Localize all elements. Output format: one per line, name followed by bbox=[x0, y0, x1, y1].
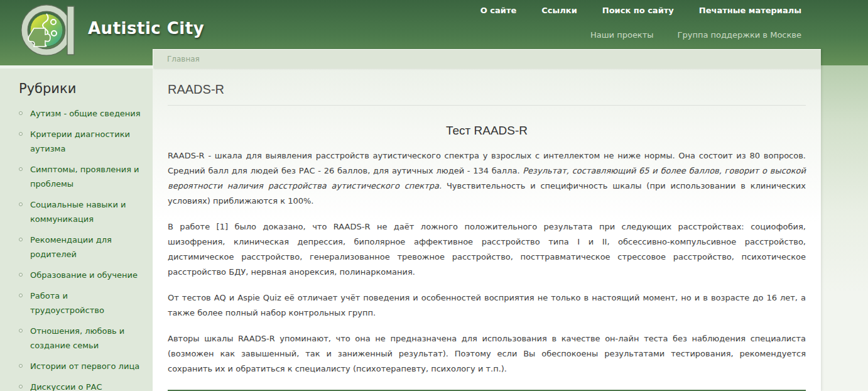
article-title: Тест RAADS-R bbox=[168, 124, 806, 138]
nav-links[interactable]: Ссылки bbox=[541, 6, 577, 15]
secondary-navigation: Наши проекты Группа поддержки в Москве bbox=[590, 30, 801, 40]
sidebar-item-label[interactable]: Работа и трудоустройство bbox=[30, 291, 104, 315]
sidebar-item-label[interactable]: Симптомы, проявления и проблемы bbox=[30, 165, 139, 189]
sidebar-item-parent-recommendations[interactable]: Рекомендации для родителей bbox=[19, 233, 144, 262]
paragraph-study: В работе [1] было доказано, что RAADS-R … bbox=[168, 219, 806, 280]
sidebar-title: Рубрики bbox=[19, 81, 144, 96]
nav-site-search[interactable]: Поиск по сайту bbox=[602, 6, 674, 15]
sidebar-item-label[interactable]: Образование и обучение bbox=[30, 270, 138, 280]
sidebar-item-first-person-stories[interactable]: Истории от первого лица bbox=[19, 359, 144, 373]
sidebar-item-label[interactable]: Аутизм - общие сведения bbox=[30, 109, 141, 118]
nav-about[interactable]: О сайте bbox=[480, 6, 517, 15]
sidebar-item-employment[interactable]: Работа и трудоустройство bbox=[19, 289, 144, 317]
bullet-icon bbox=[19, 132, 23, 136]
top-navigation: О сайте Ссылки Поиск по сайту Печатные м… bbox=[480, 6, 801, 15]
bullet-icon bbox=[19, 329, 23, 333]
bullet-icon bbox=[19, 238, 23, 241]
sidebar-item-label[interactable]: Рекомендации для родителей bbox=[30, 235, 112, 259]
page-title: RAADS-R bbox=[168, 69, 806, 106]
sidebar-item-label[interactable]: Социальные навыки и коммуникация bbox=[30, 200, 126, 224]
bullet-icon bbox=[19, 385, 23, 388]
bullet-icon bbox=[19, 167, 23, 171]
sidebar-item-label[interactable]: Истории от первого лица bbox=[30, 361, 139, 371]
paragraph-comparison: От тестов AQ и Aspie Quiz её отличает уч… bbox=[168, 290, 806, 321]
sidebar-item-symptoms[interactable]: Симптомы, проявления и проблемы bbox=[19, 162, 144, 191]
puzzle-a-logo-icon bbox=[19, 3, 82, 58]
bullet-icon bbox=[19, 364, 23, 368]
breadcrumb-home-link[interactable]: Главная bbox=[167, 55, 200, 63]
sidebar-item-label[interactable]: Дискуссии о РАС bbox=[30, 382, 102, 391]
bullet-icon bbox=[19, 111, 23, 115]
sidebar-item-asd-discussions[interactable]: Дискуссии о РАС bbox=[19, 380, 144, 391]
nav-printed-materials[interactable]: Печатные материалы bbox=[699, 6, 801, 15]
paragraph-disclaimer: Авторы шкалы RAADS-R упоминают, что она … bbox=[168, 331, 806, 377]
breadcrumb: Главная bbox=[153, 49, 821, 69]
bullet-icon bbox=[19, 202, 23, 206]
sidebar-item-education[interactable]: Образование и обучение bbox=[19, 268, 144, 282]
sidebar-item-label[interactable]: Критерии диагностики аутизма bbox=[30, 129, 130, 153]
main-content: RAADS-R Тест RAADS-R RAADS-R - шкала для… bbox=[153, 69, 821, 391]
sidebar-item-social-skills[interactable]: Социальные навыки и коммуникация bbox=[19, 197, 144, 226]
sidebar-item-relationships[interactable]: Отношения, любовь и создание семьи bbox=[19, 324, 144, 353]
sidebar-item-diagnostic-criteria[interactable]: Критерии диагностики аутизма bbox=[19, 127, 144, 156]
bullet-icon bbox=[19, 273, 23, 277]
sidebar-list: Аутизм - общие сведения Критерии диагнос… bbox=[19, 106, 144, 391]
site-logo[interactable] bbox=[19, 3, 82, 61]
sidebar-item-autism-general[interactable]: Аутизм - общие сведения bbox=[19, 106, 144, 121]
nav-our-projects[interactable]: Наши проекты bbox=[590, 30, 654, 40]
sidebar: Рубрики Аутизм - общие сведения Критерии… bbox=[0, 65, 153, 391]
paragraph-intro: RAADS-R - шкала для выявления расстройст… bbox=[168, 148, 806, 209]
sidebar-item-label[interactable]: Отношения, любовь и создание семьи bbox=[30, 326, 124, 350]
site-title[interactable]: Autistic City bbox=[88, 19, 204, 38]
bullet-icon bbox=[19, 294, 23, 297]
nav-moscow-support-group[interactable]: Группа поддержки в Москве bbox=[678, 30, 801, 40]
